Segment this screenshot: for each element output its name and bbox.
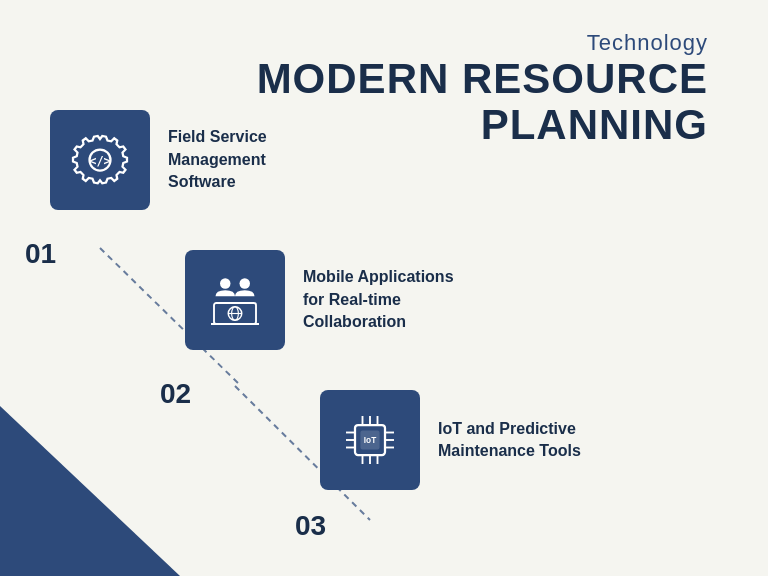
item-2-icon-box [185,250,285,350]
item-3-title-line1: IoT and Predictive [438,420,576,437]
svg-point-5 [220,278,231,289]
item-3-title-line2: Maintenance Tools [438,442,581,459]
item-1: </> Field Service Management Software [50,110,267,210]
item-1-text: Field Service Management Software [168,126,267,193]
item-1-title-line2: Management [168,151,266,168]
category-label: Technology [257,30,708,56]
item-3: IoT IoT and Predictive Main [320,390,581,490]
item-3-text: IoT and Predictive Maintenance Tools [438,418,581,463]
item-2-title-line1: Mobile Applications [303,268,454,285]
item-2: Mobile Applications for Real-time Collab… [185,250,454,350]
collaboration-icon [205,270,265,330]
item-2-title-line2: for Real-time [303,291,401,308]
svg-point-6 [240,278,251,289]
item-3-icon-box: IoT [320,390,420,490]
item-2-number: 02 [160,378,191,410]
svg-text:IoT: IoT [364,436,376,445]
page-container: Technology MODERN RESOURCE PLANNING </> … [0,0,768,576]
item-1-icon-box: </> [50,110,150,210]
header-area: Technology MODERN RESOURCE PLANNING [257,30,708,148]
item-1-title-line1: Field Service [168,128,267,145]
main-title-line1: MODERN RESOURCE [257,55,708,102]
svg-marker-0 [0,406,180,576]
iot-icon: IoT [340,410,400,470]
code-gear-icon: </> [70,130,130,190]
item-2-text: Mobile Applications for Real-time Collab… [303,266,454,333]
item-3-number: 03 [295,510,326,542]
svg-text:</>: </> [89,154,111,168]
main-title: MODERN RESOURCE PLANNING [257,56,708,148]
item-1-title-line3: Software [168,173,236,190]
item-2-title-line3: Collaboration [303,313,406,330]
main-title-line2: PLANNING [481,101,708,148]
item-1-number: 01 [25,238,56,270]
